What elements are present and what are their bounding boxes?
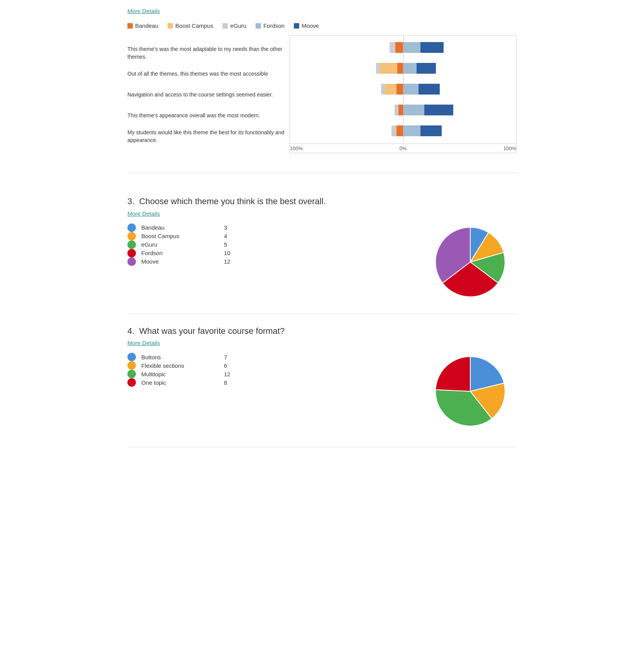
q3-pie-chart — [432, 223, 517, 302]
question-4-number: 4. — [127, 326, 134, 336]
legend-item-moove: Moove — [294, 22, 319, 29]
q3-answer-eguru: eGuru5 — [127, 240, 416, 249]
q3-count-boost-campus: 4 — [224, 233, 227, 239]
q3-dot-moove — [127, 257, 136, 266]
bar-left-boostCampus-1 — [380, 63, 397, 74]
q3-dot-eguru — [127, 240, 136, 249]
left-half-3 — [290, 105, 403, 115]
q4-answer-list: Buttons7Flexible sections6Multitopic12On… — [127, 353, 416, 387]
bar-left-bandeau-4 — [397, 125, 403, 136]
q3-label-eguru: eGuru — [141, 241, 219, 248]
bar-left-bandeau-0 — [395, 42, 403, 53]
chart-row-label-2: Navigation and access to the course sett… — [127, 85, 290, 105]
q4-label-flexible-sections: Flexible sections — [141, 362, 219, 369]
q3-count-eguru: 5 — [224, 241, 227, 248]
left-half-2 — [290, 84, 403, 95]
question-4-section: 4. What was your favorite course format?… — [127, 314, 517, 448]
q4-count-one-topic: 8 — [224, 379, 227, 386]
page-container: More Details BandeauBoost CampuseGuruFor… — [116, 0, 528, 455]
question-3-content: Bandeau3Boost Campus4eGuru5Fordson10Moov… — [127, 223, 517, 302]
q4-answer-multitopic: Multitopic12 — [127, 370, 416, 378]
q4-answer-flexible-sections: Flexible sections6 — [127, 361, 416, 370]
legend-dot-eGuru — [222, 23, 228, 29]
top-more-details-section: More Details — [127, 8, 517, 15]
q3-answer-boost-campus: Boost Campus4 — [127, 232, 416, 240]
q3-label-bandeau: Bandeau — [141, 224, 219, 231]
legend-dot-fordson — [256, 23, 261, 29]
q3-label-moove: Moove — [141, 258, 219, 265]
question-4-title: 4. What was your favorite course format? — [127, 326, 517, 337]
legend-label-fordson: Fordson — [263, 22, 285, 29]
chart-row-label-1: Out of all the themes, this themes was t… — [127, 64, 290, 85]
bar-left-bandeau-1 — [397, 63, 403, 74]
chart-row-label-0: This theme's was the most adaptable to m… — [127, 43, 290, 64]
bar-left-bandeau-2 — [397, 84, 403, 95]
right-half-4 — [403, 125, 516, 136]
legend-dot-boostCampus — [168, 23, 173, 29]
q3-answer-list: Bandeau3Boost Campus4eGuru5Fordson10Moov… — [127, 223, 416, 266]
q4-label-one-topic: One topic — [141, 379, 219, 386]
right-half-0 — [403, 42, 516, 53]
bar-left-boostCampus-2 — [385, 84, 397, 95]
bar-right-moove-4 — [420, 125, 442, 136]
legend-label-boostCampus: Boost Campus — [175, 22, 213, 29]
q4-dot-one-topic — [127, 378, 136, 387]
chart-row-label-3: This theme's appearance overall was the … — [127, 105, 290, 126]
bar-left-eGuru-4 — [391, 125, 397, 136]
chart-legend: BandeauBoost CampuseGuruFordsonMoove — [127, 22, 517, 29]
left-half-4 — [290, 125, 403, 136]
bar-right-fordson-2 — [403, 84, 419, 95]
axis-bottom: 100% 0% 100% — [290, 144, 516, 153]
axis-label-center: 0% — [400, 145, 407, 151]
bar-right-fordson-0 — [403, 42, 420, 53]
chart-labels-column: This theme's was the most adaptable to m… — [127, 35, 290, 147]
right-half-1 — [403, 63, 516, 74]
q3-dot-bandeau — [127, 223, 136, 232]
bar-right-fordson-4 — [403, 125, 420, 136]
q3-pie-svg — [432, 223, 509, 301]
q4-pie-svg — [432, 353, 509, 430]
question-3-section: 3. Choose which theme you think is the b… — [127, 184, 517, 314]
bar-left-eGuru-0 — [390, 42, 395, 53]
q3-dot-boost-campus — [127, 232, 136, 240]
bar-right-moove-0 — [420, 42, 444, 53]
bar-right-moove-3 — [424, 105, 453, 115]
question-3-number: 3. — [127, 196, 134, 206]
q4-more-details-link[interactable]: More Details — [127, 340, 160, 346]
q4-count-multitopic: 12 — [224, 371, 230, 377]
right-half-2 — [403, 84, 516, 95]
q4-pie-chart — [432, 353, 517, 431]
question-3-title: 3. Choose which theme you think is the b… — [127, 196, 517, 207]
legend-item-boostCampus: Boost Campus — [168, 22, 213, 29]
q3-count-bandeau: 3 — [224, 224, 227, 231]
question-4-content: Buttons7Flexible sections6Multitopic12On… — [127, 353, 517, 431]
q3-answer-fordson: Fordson10 — [127, 249, 416, 257]
chart-bars-column: 100% 0% 100% — [290, 35, 517, 153]
q4-dot-multitopic — [127, 370, 136, 378]
q4-label-buttons: Buttons — [141, 354, 219, 360]
top-more-details-link[interactable]: More Details — [127, 8, 160, 14]
diverging-chart-wrapper: This theme's was the most adaptable to m… — [127, 35, 517, 153]
bar-right-moove-2 — [419, 84, 440, 95]
q3-count-fordson: 10 — [224, 250, 230, 256]
q3-answer-moove: Moove12 — [127, 257, 416, 266]
left-half-1 — [290, 63, 403, 74]
legend-item-fordson: Fordson — [256, 22, 285, 29]
q3-dot-fordson — [127, 249, 136, 257]
q4-dot-flexible-sections — [127, 361, 136, 370]
q4-label-multitopic: Multitopic — [141, 371, 219, 377]
bar-left-eGuru-3 — [395, 105, 398, 115]
q3-count-moove: 12 — [224, 258, 230, 265]
q4-count-buttons: 7 — [224, 354, 227, 360]
center-line — [403, 36, 403, 141]
bar-right-fordson-1 — [403, 63, 417, 74]
bar-left-eGuru-2 — [381, 84, 385, 95]
q3-more-details-link[interactable]: More Details — [127, 210, 160, 217]
bar-left-eGuru-1 — [376, 63, 380, 74]
right-half-3 — [403, 105, 516, 115]
bar-right-fordson-3 — [403, 105, 424, 115]
axis-label-right: 100% — [503, 145, 516, 151]
bar-right-moove-1 — [417, 63, 436, 74]
q4-dot-buttons — [127, 353, 136, 361]
axis-label-left: 100% — [290, 145, 303, 151]
